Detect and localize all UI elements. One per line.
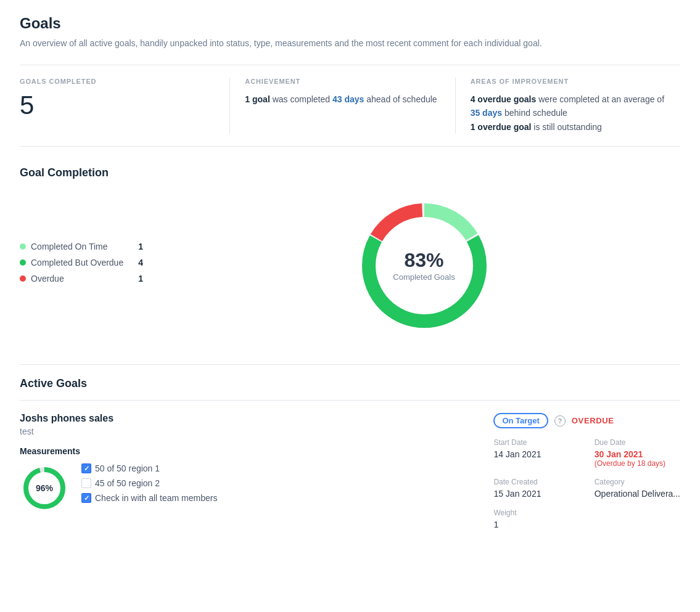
category-value: Operational Delivera... <box>595 489 680 499</box>
checkbox-3[interactable] <box>81 493 91 503</box>
measurement-item-3: Check in with all team members <box>81 493 217 503</box>
improvement-days: 35 days <box>471 108 502 118</box>
page-subtitle: An overview of all active goals, handily… <box>20 37 680 50</box>
goal-name: Joshs phones sales <box>20 413 479 424</box>
achievement-days: 43 days <box>332 94 364 104</box>
goals-completed-block: GOALS COMPLETED 5 <box>20 78 230 134</box>
stats-row: GOALS COMPLETED 5 ACHIEVEMENT 1 goal was… <box>20 65 680 147</box>
donut-chart-area: 83% Completed Goals <box>168 192 680 340</box>
legend-count-overdue: 1 <box>138 274 143 284</box>
legend-dot-on-time <box>20 243 26 250</box>
improvement-block: AREAS OF IMPROVEMENT 4 overdue goals wer… <box>456 78 680 134</box>
legend-item-overdue-completed: Completed But Overdue 4 <box>20 258 143 267</box>
measurement-list: 50 of 50 region 1 45 of 50 region 2 Chec… <box>81 463 217 508</box>
active-goals-section: Active Goals Joshs phones sales test Mea… <box>20 364 680 542</box>
date-created-block: Date Created 15 Jan 2021 <box>493 478 579 499</box>
start-date-value: 14 Jan 2021 <box>493 449 579 459</box>
donut-label: Completed Goals <box>393 272 455 282</box>
measurement-label-3: Check in with all team members <box>95 493 217 503</box>
achievement-block: ACHIEVEMENT 1 goal was completed 43 days… <box>230 78 455 134</box>
checkbox-2[interactable] <box>81 478 91 488</box>
due-date-block: Due Date 30 Jan 2021 (Overdue by 18 days… <box>595 438 680 468</box>
measurement-item-1: 50 of 50 region 1 <box>81 463 217 473</box>
legend-count-on-time: 1 <box>138 242 143 251</box>
active-goals-title: Active Goals <box>20 365 680 400</box>
due-date-label: Due Date <box>595 438 680 447</box>
weight-block: Weight 1 <box>493 508 579 529</box>
meta-grid: Start Date 14 Jan 2021 Due Date 30 Jan 2… <box>493 438 680 529</box>
legend-count-overdue-completed: 4 <box>138 258 143 267</box>
improvement-line1-prefix: 4 overdue goals <box>471 94 537 104</box>
goals-completed-value: 5 <box>20 92 215 118</box>
due-date-sub: (Overdue by 18 days) <box>595 459 680 468</box>
help-icon[interactable]: ? <box>554 415 566 426</box>
goal-card: Joshs phones sales test Measurements 96% <box>20 400 680 542</box>
date-created-label: Date Created <box>493 478 579 486</box>
legend-label-overdue-completed: Completed But Overdue <box>31 258 123 267</box>
improvement-line2-prefix: 1 overdue goal <box>471 122 532 132</box>
due-date-value: 30 Jan 2021 <box>595 449 680 459</box>
start-date-label: Start Date <box>493 438 579 447</box>
small-donut-center: 96% <box>36 483 53 493</box>
legend-item-on-time: Completed On Time 1 <box>20 242 143 251</box>
measurement-label-2: 45 of 50 region 2 <box>95 478 160 488</box>
on-target-badge[interactable]: On Target <box>493 413 548 428</box>
goals-completed-label: GOALS COMPLETED <box>20 78 215 85</box>
start-date-block: Start Date 14 Jan 2021 <box>493 438 579 468</box>
legend-item-overdue: Overdue 1 <box>20 274 143 284</box>
donut-center: 83% Completed Goals <box>393 250 455 282</box>
legend-label-on-time: Completed On Time <box>31 242 108 251</box>
donut-percent: 83% <box>393 250 455 270</box>
legend-dot-overdue-completed <box>20 259 26 266</box>
legend-area: Completed On Time 1 Completed But Overdu… <box>20 242 143 290</box>
measurements-layout: 96% 50 of 50 region 1 45 of 50 region 2 <box>20 463 479 513</box>
goal-completion-title: Goal Completion <box>20 166 680 179</box>
achievement-label: ACHIEVEMENT <box>245 78 440 85</box>
weight-label: Weight <box>493 508 579 517</box>
donut-chart: 83% Completed Goals <box>350 192 498 340</box>
improvement-text: 4 overdue goals were completed at an ave… <box>471 92 665 134</box>
goal-description: test <box>20 426 479 436</box>
goal-main: Joshs phones sales test Measurements 96% <box>20 413 479 529</box>
overdue-label: OVERDUE <box>572 416 614 425</box>
weight-value: 1 <box>493 520 579 529</box>
measurement-label-1: 50 of 50 region 1 <box>95 463 160 473</box>
achievement-prefix: 1 goal <box>245 94 270 104</box>
category-block: Category Operational Delivera... <box>595 478 680 499</box>
page-title: Goals <box>20 15 680 32</box>
achievement-text: 1 goal was completed 43 days ahead of sc… <box>245 92 440 106</box>
goal-meta: On Target ? OVERDUE Start Date 14 Jan 20… <box>493 413 680 529</box>
goal-completion-section: Goal Completion Completed On Time 1 Comp… <box>20 166 680 340</box>
legend-dot-overdue <box>20 275 26 282</box>
measurements-title: Measurements <box>20 446 479 456</box>
date-created-value: 15 Jan 2021 <box>493 489 579 499</box>
legend-label-overdue: Overdue <box>31 274 64 284</box>
small-donut: 96% <box>20 463 69 513</box>
goal-status-row: On Target ? OVERDUE <box>493 413 680 428</box>
category-label: Category <box>595 478 680 486</box>
completion-layout: Completed On Time 1 Completed But Overdu… <box>20 192 680 340</box>
improvement-label: AREAS OF IMPROVEMENT <box>471 78 665 85</box>
checkbox-1[interactable] <box>81 463 91 473</box>
small-donut-percent: 96% <box>36 483 53 493</box>
measurement-item-2: 45 of 50 region 2 <box>81 478 217 488</box>
